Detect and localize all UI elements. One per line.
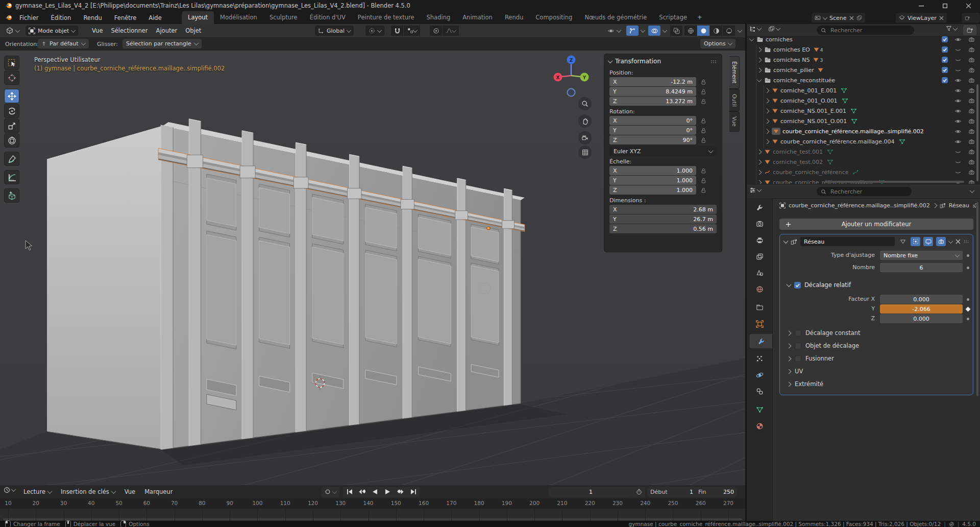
hide-eye-toggle[interactable] xyxy=(953,167,963,177)
hide-eye-toggle[interactable] xyxy=(953,157,963,167)
outliner-row-courbe-corniche-reference-maillage-simplifie-002[interactable]: courbe_corniche_référence.maillage..simp… xyxy=(747,126,980,136)
modifier-render-toggle[interactable] xyxy=(936,237,946,246)
outliner-scope-dropdown[interactable] xyxy=(768,26,780,32)
hide-eye-toggle[interactable] xyxy=(953,126,963,136)
viewport-menu-ajouter[interactable]: Ajouter xyxy=(152,25,182,36)
sidebar-tab-tool[interactable]: Outil xyxy=(729,89,740,111)
offset-z-field[interactable]: 0.000 xyxy=(880,314,963,323)
tab-shading[interactable]: Shading xyxy=(421,11,457,24)
outliner-row-corniche-001-o-001[interactable]: corniche_001_O.001 xyxy=(747,95,980,106)
tool-cursor[interactable] xyxy=(4,70,19,85)
hide-eye-toggle[interactable] xyxy=(953,36,963,44)
properties-tab-scene[interactable] xyxy=(749,266,770,280)
properties-tab-physics[interactable] xyxy=(749,368,770,382)
proportional-falloff-dropdown[interactable] xyxy=(443,26,459,36)
render-visibility-toggle[interactable] xyxy=(966,65,976,75)
properties-tab-constraints[interactable] xyxy=(749,384,770,398)
dimensions-y-field[interactable]: Y26.7 m xyxy=(609,214,717,224)
dimensions-x-field[interactable]: X2.68 m xyxy=(609,205,717,214)
outliner-row-corniche-reconstituee[interactable]: corniche_reconstituée xyxy=(747,75,980,85)
expand-toggle[interactable] xyxy=(749,36,754,41)
hide-eye-toggle[interactable] xyxy=(953,116,963,126)
mode-dropdown[interactable]: Mode objet xyxy=(26,26,78,36)
shading-rendered-button[interactable] xyxy=(723,26,735,36)
outliner-display-mode[interactable] xyxy=(749,26,761,32)
add-modifier-button[interactable]: Ajouter un modificateur xyxy=(779,219,973,230)
outliner-search-input[interactable] xyxy=(829,27,903,34)
3d-viewport[interactable]: Perspective Utilisateur (1) gymnase | co… xyxy=(0,51,745,485)
rotation-z-lock-icon[interactable] xyxy=(696,137,710,143)
expand-toggle[interactable] xyxy=(765,129,770,134)
modifier-section-decalage-constant[interactable]: Décalage constant xyxy=(787,329,861,337)
properties-tab-view-layer[interactable] xyxy=(749,249,770,264)
scale-y-lock-icon[interactable] xyxy=(696,177,710,184)
rotation-x-field[interactable]: X0° xyxy=(609,116,696,125)
render-visibility-toggle[interactable] xyxy=(966,106,976,116)
modifier-section-fusionner[interactable]: Fusionner xyxy=(787,355,834,362)
viewport-menu-selectionner[interactable]: Sélectionner xyxy=(107,25,152,36)
offset-facteur-x-field[interactable]: 0.000 xyxy=(880,295,963,304)
viewport-menu-objet[interactable]: Objet xyxy=(181,25,205,36)
properties-tab-data[interactable] xyxy=(749,402,770,417)
offset-y-field[interactable]: -2.066 xyxy=(880,304,963,314)
tool-rotate[interactable] xyxy=(4,104,19,118)
tool-move[interactable] xyxy=(4,89,19,103)
render-visibility-toggle[interactable] xyxy=(966,36,976,44)
outliner-row-corniche-pilier[interactable]: corniche_pilier xyxy=(747,65,980,75)
tab-sculpture[interactable]: Sculpture xyxy=(263,11,304,24)
tab-scriptage[interactable]: Scriptage xyxy=(653,11,693,24)
orientation-setting-dropdown[interactable]: Par défaut xyxy=(38,39,89,49)
render-visibility-toggle[interactable] xyxy=(966,95,976,106)
render-visibility-toggle[interactable] xyxy=(966,157,976,167)
properties-search-input[interactable] xyxy=(829,188,903,196)
sidebar-tab-element[interactable]: Élément xyxy=(729,56,740,89)
outliner-row-corniches-eo[interactable]: corniches EO4 xyxy=(747,44,980,55)
menu-fenetre[interactable]: Fenêtre xyxy=(109,13,141,23)
expand-toggle[interactable] xyxy=(757,170,762,175)
close-button[interactable] xyxy=(957,0,980,11)
shading-dropdown[interactable] xyxy=(736,26,744,36)
scale-z-field[interactable]: Z1.000 xyxy=(609,185,696,195)
outliner-row-corniche-ns-001-o-001[interactable]: corniche_NS.001_O.001 xyxy=(747,116,980,126)
expand-toggle[interactable] xyxy=(765,118,770,124)
rotation-y-lock-icon[interactable] xyxy=(696,127,710,134)
autokey-toggle[interactable] xyxy=(322,487,339,497)
hide-eye-toggle[interactable] xyxy=(953,95,963,106)
outliner-search[interactable] xyxy=(817,26,914,35)
hide-eye-toggle[interactable] xyxy=(953,136,963,147)
timeline-ruler[interactable]: 1020304050607080901001101201301401501601… xyxy=(0,498,745,509)
rotation-x-lock-icon[interactable] xyxy=(696,117,710,124)
breadcrumb-modifier[interactable]: Réseau xyxy=(949,202,969,209)
scene-new-icon[interactable] xyxy=(856,15,862,21)
render-visibility-toggle[interactable] xyxy=(966,44,976,55)
gizmo-dropdown[interactable] xyxy=(639,26,647,36)
timeline-track[interactable] xyxy=(0,509,745,521)
transport-jump-start[interactable] xyxy=(343,487,356,497)
modifier-type-d-ajustage-field[interactable]: Nombre fixe xyxy=(880,251,963,260)
relative-offset-header[interactable]: Décalage relatif xyxy=(787,281,851,289)
position-y-field[interactable]: Y8.4249 m xyxy=(609,87,696,96)
properties-tab-particles[interactable] xyxy=(749,351,770,366)
transform-panel-collapse[interactable] xyxy=(608,58,613,63)
tab-peinture-de-texture[interactable]: Peinture de texture xyxy=(352,11,421,24)
position-x-field[interactable]: X-12.2 m xyxy=(609,77,696,86)
outliner-row-courbe-corniche-reference[interactable]: courbe_corniche_référence xyxy=(747,167,980,177)
shading-wireframe-button[interactable] xyxy=(684,26,697,36)
viewport-menu-vue[interactable]: Vue xyxy=(88,25,107,36)
app-menu-icon[interactable] xyxy=(5,14,13,21)
snap-toggle[interactable] xyxy=(391,26,403,36)
scale-x-lock-icon[interactable] xyxy=(696,167,710,174)
editor-type-button[interactable] xyxy=(3,26,22,36)
transport-play-reverse[interactable] xyxy=(369,487,381,497)
render-visibility-toggle[interactable] xyxy=(966,147,976,157)
position-z-field[interactable]: Z13.272 m xyxy=(609,97,696,106)
selectability-checkbox[interactable] xyxy=(940,36,950,44)
properties-tab-render[interactable] xyxy=(749,217,770,231)
sidebar-tab-view[interactable]: Vue xyxy=(729,111,740,132)
rotation-y-field[interactable]: Y0° xyxy=(609,126,696,135)
camera-view-button[interactable] xyxy=(578,131,592,145)
modifier-nombre-field[interactable]: 6 xyxy=(880,263,963,272)
properties-tab-world[interactable] xyxy=(749,282,770,296)
selectability-checkbox[interactable] xyxy=(940,75,950,85)
position-y-lock-icon[interactable] xyxy=(696,88,710,95)
